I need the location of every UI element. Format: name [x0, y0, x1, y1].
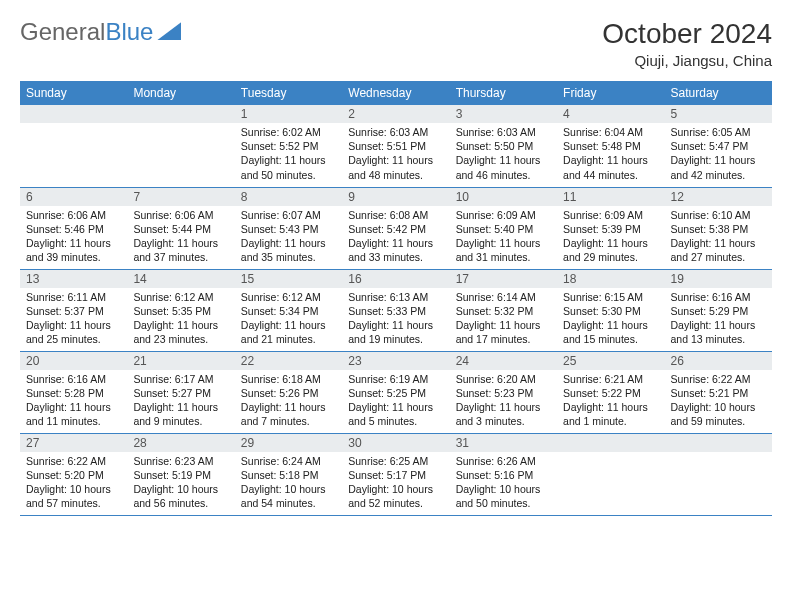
sunrise-line: Sunrise: 6:03 AM: [456, 125, 551, 139]
day-data: Sunrise: 6:23 AMSunset: 5:19 PMDaylight:…: [127, 452, 234, 515]
day-data: Sunrise: 6:16 AMSunset: 5:28 PMDaylight:…: [20, 370, 127, 433]
calendar-day-cell: 13Sunrise: 6:11 AMSunset: 5:37 PMDayligh…: [20, 269, 127, 351]
day-number: 24: [450, 352, 557, 370]
day-data: Sunrise: 6:11 AMSunset: 5:37 PMDaylight:…: [20, 288, 127, 351]
daylight-line: Daylight: 11 hours and 23 minutes.: [133, 318, 228, 346]
sunset-line: Sunset: 5:22 PM: [563, 386, 658, 400]
day-number: 19: [665, 270, 772, 288]
calendar-day-cell: 2Sunrise: 6:03 AMSunset: 5:51 PMDaylight…: [342, 105, 449, 187]
day-data: Sunrise: 6:12 AMSunset: 5:35 PMDaylight:…: [127, 288, 234, 351]
empty-day-header: [127, 105, 234, 123]
daylight-line: Daylight: 11 hours and 39 minutes.: [26, 236, 121, 264]
day-data: Sunrise: 6:22 AMSunset: 5:21 PMDaylight:…: [665, 370, 772, 433]
daylight-line: Daylight: 11 hours and 37 minutes.: [133, 236, 228, 264]
calendar-day-cell: 15Sunrise: 6:12 AMSunset: 5:34 PMDayligh…: [235, 269, 342, 351]
day-data: Sunrise: 6:18 AMSunset: 5:26 PMDaylight:…: [235, 370, 342, 433]
daylight-line: Daylight: 10 hours and 56 minutes.: [133, 482, 228, 510]
sunset-line: Sunset: 5:35 PM: [133, 304, 228, 318]
empty-day-header: [665, 434, 772, 452]
sunset-line: Sunset: 5:26 PM: [241, 386, 336, 400]
day-number: 23: [342, 352, 449, 370]
calendar-day-cell: 1Sunrise: 6:02 AMSunset: 5:52 PMDaylight…: [235, 105, 342, 187]
sunrise-line: Sunrise: 6:16 AM: [671, 290, 766, 304]
day-number: 18: [557, 270, 664, 288]
daylight-line: Daylight: 11 hours and 15 minutes.: [563, 318, 658, 346]
calendar-day-cell: 19Sunrise: 6:16 AMSunset: 5:29 PMDayligh…: [665, 269, 772, 351]
day-number: 28: [127, 434, 234, 452]
sunset-line: Sunset: 5:20 PM: [26, 468, 121, 482]
calendar-week-row: 13Sunrise: 6:11 AMSunset: 5:37 PMDayligh…: [20, 269, 772, 351]
month-title: October 2024: [602, 18, 772, 50]
sunrise-line: Sunrise: 6:12 AM: [133, 290, 228, 304]
day-data: Sunrise: 6:17 AMSunset: 5:27 PMDaylight:…: [127, 370, 234, 433]
sunrise-line: Sunrise: 6:09 AM: [456, 208, 551, 222]
sunrise-line: Sunrise: 6:25 AM: [348, 454, 443, 468]
sunset-line: Sunset: 5:38 PM: [671, 222, 766, 236]
sunset-line: Sunset: 5:37 PM: [26, 304, 121, 318]
daylight-line: Daylight: 11 hours and 31 minutes.: [456, 236, 551, 264]
sunrise-line: Sunrise: 6:05 AM: [671, 125, 766, 139]
daylight-line: Daylight: 11 hours and 3 minutes.: [456, 400, 551, 428]
calendar-day-cell: 22Sunrise: 6:18 AMSunset: 5:26 PMDayligh…: [235, 351, 342, 433]
sunset-line: Sunset: 5:39 PM: [563, 222, 658, 236]
sunset-line: Sunset: 5:40 PM: [456, 222, 551, 236]
day-number: 26: [665, 352, 772, 370]
sunrise-line: Sunrise: 6:16 AM: [26, 372, 121, 386]
sunrise-line: Sunrise: 6:02 AM: [241, 125, 336, 139]
day-number: 22: [235, 352, 342, 370]
sunrise-line: Sunrise: 6:06 AM: [133, 208, 228, 222]
daylight-line: Daylight: 11 hours and 42 minutes.: [671, 153, 766, 181]
day-data: Sunrise: 6:06 AMSunset: 5:44 PMDaylight:…: [127, 206, 234, 269]
sunrise-line: Sunrise: 6:03 AM: [348, 125, 443, 139]
sunset-line: Sunset: 5:29 PM: [671, 304, 766, 318]
sunset-line: Sunset: 5:27 PM: [133, 386, 228, 400]
day-number: 11: [557, 188, 664, 206]
day-data: Sunrise: 6:22 AMSunset: 5:20 PMDaylight:…: [20, 452, 127, 515]
weekday-header: Tuesday: [235, 81, 342, 105]
day-number: 31: [450, 434, 557, 452]
calendar-day-cell: 10Sunrise: 6:09 AMSunset: 5:40 PMDayligh…: [450, 187, 557, 269]
day-data: Sunrise: 6:14 AMSunset: 5:32 PMDaylight:…: [450, 288, 557, 351]
daylight-line: Daylight: 11 hours and 7 minutes.: [241, 400, 336, 428]
sunrise-line: Sunrise: 6:13 AM: [348, 290, 443, 304]
day-number: 4: [557, 105, 664, 123]
sunset-line: Sunset: 5:17 PM: [348, 468, 443, 482]
calendar-day-cell: 18Sunrise: 6:15 AMSunset: 5:30 PMDayligh…: [557, 269, 664, 351]
day-data: Sunrise: 6:20 AMSunset: 5:23 PMDaylight:…: [450, 370, 557, 433]
sunrise-line: Sunrise: 6:09 AM: [563, 208, 658, 222]
brand-triangle-icon: [157, 22, 181, 40]
sunrise-line: Sunrise: 6:04 AM: [563, 125, 658, 139]
daylight-line: Daylight: 10 hours and 54 minutes.: [241, 482, 336, 510]
daylight-line: Daylight: 11 hours and 44 minutes.: [563, 153, 658, 181]
sunrise-line: Sunrise: 6:10 AM: [671, 208, 766, 222]
calendar-day-cell: 23Sunrise: 6:19 AMSunset: 5:25 PMDayligh…: [342, 351, 449, 433]
daylight-line: Daylight: 11 hours and 9 minutes.: [133, 400, 228, 428]
day-number: 7: [127, 188, 234, 206]
sunrise-line: Sunrise: 6:20 AM: [456, 372, 551, 386]
day-number: 8: [235, 188, 342, 206]
calendar-day-cell: 17Sunrise: 6:14 AMSunset: 5:32 PMDayligh…: [450, 269, 557, 351]
calendar-week-row: 27Sunrise: 6:22 AMSunset: 5:20 PMDayligh…: [20, 433, 772, 515]
day-data: Sunrise: 6:15 AMSunset: 5:30 PMDaylight:…: [557, 288, 664, 351]
daylight-line: Daylight: 11 hours and 17 minutes.: [456, 318, 551, 346]
day-number: 2: [342, 105, 449, 123]
location-label: Qiuji, Jiangsu, China: [602, 52, 772, 69]
day-number: 5: [665, 105, 772, 123]
brand-part2: Blue: [105, 18, 153, 45]
day-data: Sunrise: 6:05 AMSunset: 5:47 PMDaylight:…: [665, 123, 772, 186]
sunset-line: Sunset: 5:32 PM: [456, 304, 551, 318]
sunrise-line: Sunrise: 6:24 AM: [241, 454, 336, 468]
title-block: October 2024 Qiuji, Jiangsu, China: [602, 18, 772, 69]
day-data: Sunrise: 6:16 AMSunset: 5:29 PMDaylight:…: [665, 288, 772, 351]
sunset-line: Sunset: 5:23 PM: [456, 386, 551, 400]
day-number: 27: [20, 434, 127, 452]
sunrise-line: Sunrise: 6:22 AM: [671, 372, 766, 386]
sunset-line: Sunset: 5:18 PM: [241, 468, 336, 482]
daylight-line: Daylight: 11 hours and 29 minutes.: [563, 236, 658, 264]
daylight-line: Daylight: 11 hours and 25 minutes.: [26, 318, 121, 346]
calendar-day-cell: 7Sunrise: 6:06 AMSunset: 5:44 PMDaylight…: [127, 187, 234, 269]
day-data: Sunrise: 6:10 AMSunset: 5:38 PMDaylight:…: [665, 206, 772, 269]
sunset-line: Sunset: 5:46 PM: [26, 222, 121, 236]
day-number: 20: [20, 352, 127, 370]
day-data: Sunrise: 6:25 AMSunset: 5:17 PMDaylight:…: [342, 452, 449, 515]
